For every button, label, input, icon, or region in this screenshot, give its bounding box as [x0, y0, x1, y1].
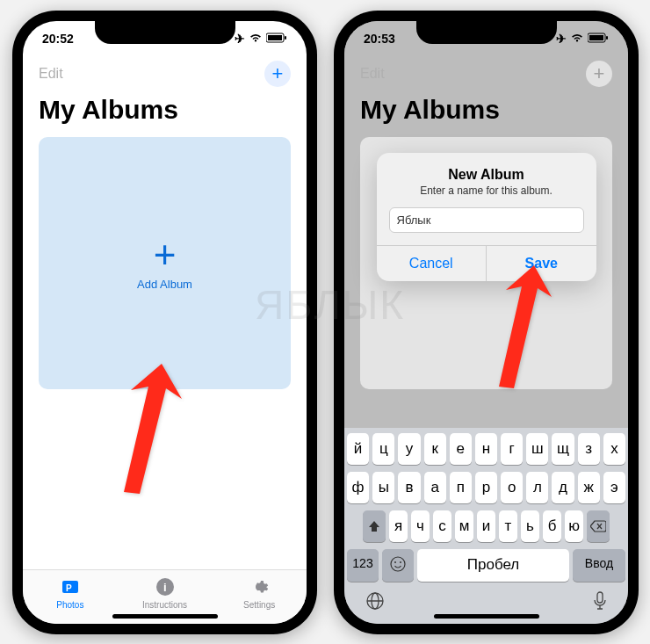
- add-button[interactable]: +: [264, 61, 291, 87]
- photos-icon: P: [59, 575, 82, 598]
- alert-title: New Album: [377, 153, 596, 185]
- status-time: 20:52: [42, 32, 74, 46]
- tab-settings[interactable]: Settings: [212, 575, 307, 610]
- svg-text:i: i: [163, 581, 167, 594]
- airplane-icon: ✈: [235, 32, 245, 46]
- tab-photos[interactable]: P Photos: [23, 575, 118, 610]
- notch: [95, 21, 235, 44]
- airplane-icon: ✈: [556, 32, 567, 46]
- info-icon: i: [154, 575, 177, 598]
- new-album-alert: New Album Enter a name for this album. Я…: [377, 153, 596, 281]
- annotation-arrow-left: [113, 362, 192, 497]
- notch: [416, 21, 557, 44]
- tab-settings-label: Settings: [243, 600, 275, 610]
- status-icons: ✈: [556, 32, 609, 46]
- phone-frame-right: 20:53 ✈ Edit + My Albums: [334, 11, 639, 634]
- status-icons: ✈: [235, 32, 287, 46]
- tab-instructions-label: Instructions: [142, 600, 187, 610]
- svg-rect-2: [285, 36, 286, 40]
- alert-message: Enter a name for this album.: [377, 185, 596, 207]
- battery-icon: [266, 32, 287, 46]
- tab-instructions[interactable]: i Instructions: [118, 575, 213, 610]
- svg-rect-1: [268, 35, 282, 40]
- plus-icon: +: [154, 235, 177, 274]
- status-time: 20:53: [364, 32, 395, 46]
- battery-icon: [588, 32, 609, 46]
- annotation-arrow-right: [492, 265, 562, 392]
- gear-icon: [248, 575, 271, 598]
- album-name-input[interactable]: Яблык: [389, 207, 584, 233]
- edit-button[interactable]: Edit: [39, 66, 63, 82]
- svg-text:P: P: [66, 583, 72, 593]
- page-title: My Albums: [23, 91, 307, 137]
- tab-photos-label: Photos: [56, 600, 83, 610]
- screen-right: 20:53 ✈ Edit + My Albums: [344, 21, 628, 624]
- wifi-icon: [249, 32, 263, 46]
- content-area: + Add Album: [23, 137, 307, 569]
- svg-rect-8: [589, 35, 603, 40]
- svg-rect-9: [606, 36, 608, 40]
- wifi-icon: [570, 32, 584, 46]
- add-album-tile[interactable]: + Add Album: [39, 137, 291, 389]
- cancel-button[interactable]: Cancel: [377, 246, 487, 281]
- alert-backdrop: New Album Enter a name for this album. Я…: [344, 21, 628, 624]
- add-album-label: Add Album: [137, 278, 192, 291]
- alert-buttons: Cancel Save: [377, 245, 596, 281]
- home-indicator[interactable]: [112, 614, 218, 619]
- nav-bar: Edit +: [23, 56, 307, 91]
